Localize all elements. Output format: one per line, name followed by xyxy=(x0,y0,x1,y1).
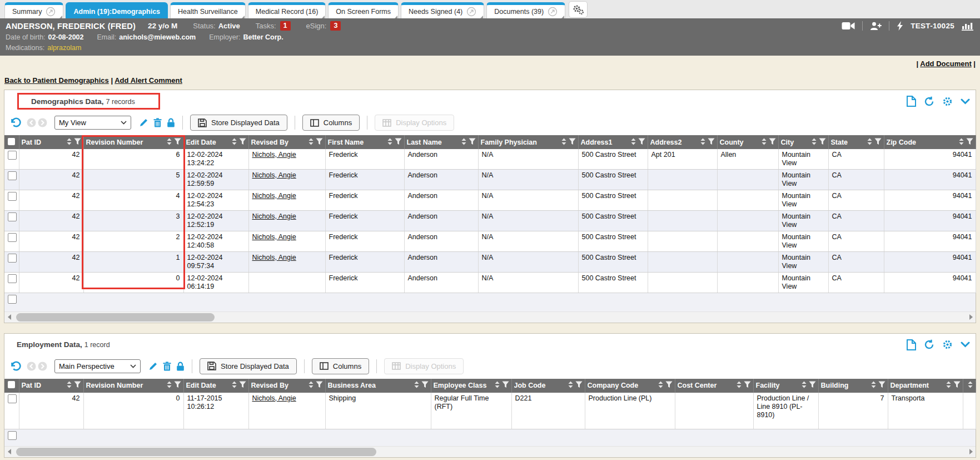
lock-icon[interactable] xyxy=(176,362,185,371)
column-header-revision-number[interactable]: Revision Number xyxy=(83,379,183,393)
sort-icon[interactable] xyxy=(959,138,964,145)
undo-icon[interactable] xyxy=(10,117,22,128)
scrollbar-thumb[interactable] xyxy=(16,448,376,456)
tab-needs-signed-4[interactable]: Needs Signed (4) xyxy=(401,2,484,18)
store-displayed-data-button[interactable]: Store Displayed Data xyxy=(200,358,297,374)
filter-icon[interactable] xyxy=(819,138,826,145)
sort-icon[interactable] xyxy=(968,381,973,388)
filter-icon[interactable] xyxy=(239,138,246,145)
column-header-company-code[interactable]: Company Code xyxy=(585,379,675,393)
sort-icon[interactable] xyxy=(495,381,500,388)
columns-button[interactable]: Columns xyxy=(302,115,360,131)
tab-summary[interactable]: Summary xyxy=(4,2,63,18)
filter-icon[interactable] xyxy=(421,381,429,388)
tab-health-surveillance[interactable]: Health Surveillance xyxy=(170,2,246,18)
back-to-demographics-link[interactable]: Back to Patient Demographics xyxy=(4,76,109,85)
sort-icon[interactable] xyxy=(871,381,876,388)
filter-icon[interactable] xyxy=(638,138,645,145)
column-header-edit-date[interactable]: Edit Date xyxy=(183,379,248,393)
add-document-link[interactable]: Add Document xyxy=(920,60,971,68)
scroll-right-arrow[interactable] xyxy=(966,447,976,457)
row-checkbox[interactable] xyxy=(8,233,17,242)
column-header-building[interactable]: Building xyxy=(818,379,888,393)
row-checkbox[interactable] xyxy=(8,295,17,304)
video-camera-icon[interactable] xyxy=(842,22,855,30)
row-checkbox[interactable] xyxy=(8,192,17,201)
column-header-pat-id[interactable]: Pat ID xyxy=(19,379,83,393)
column-header-family-physician[interactable]: Family Physician xyxy=(478,135,578,149)
sort-icon[interactable] xyxy=(67,138,72,145)
lock-icon[interactable] xyxy=(167,118,175,127)
column-header-address2[interactable]: Address2 xyxy=(648,135,717,149)
column-header-revised-by[interactable]: Revised By xyxy=(248,379,325,393)
column-header-address1[interactable]: Address1 xyxy=(578,135,648,149)
filter-icon[interactable] xyxy=(769,138,776,145)
revised-by-link[interactable]: Nichols, Angie xyxy=(252,151,296,159)
row-checkbox[interactable] xyxy=(8,212,17,221)
filter-icon[interactable] xyxy=(174,138,181,145)
sort-icon[interactable] xyxy=(67,381,72,388)
sort-icon[interactable] xyxy=(762,138,767,145)
revised-by-link[interactable]: Nichols, Angie xyxy=(252,212,296,220)
gear-icon[interactable] xyxy=(942,339,953,350)
scroll-left-arrow[interactable] xyxy=(4,447,14,457)
column-header-h[interactable]: H xyxy=(963,379,976,393)
tab-on-screen-forms[interactable]: On Screen Forms xyxy=(328,2,399,18)
edit-pencil-icon[interactable] xyxy=(148,362,158,371)
column-header-cost-center[interactable]: Cost Center xyxy=(675,379,753,393)
filter-icon[interactable] xyxy=(569,138,576,145)
edit-pencil-icon[interactable] xyxy=(139,118,148,127)
collapse-chevron-icon[interactable] xyxy=(961,342,970,348)
scroll-right-arrow[interactable] xyxy=(966,312,976,323)
revised-by-link[interactable]: Nichols, Angie xyxy=(252,254,296,261)
filter-icon[interactable] xyxy=(708,138,715,145)
open-in-new-icon[interactable] xyxy=(548,7,558,17)
column-header-revision-number[interactable]: Revision Number xyxy=(83,135,183,149)
sort-icon[interactable] xyxy=(802,381,807,388)
column-header-zip-code[interactable]: Zip Code xyxy=(884,135,976,149)
columns-button[interactable]: Columns xyxy=(312,358,369,374)
sort-icon[interactable] xyxy=(309,381,314,388)
scrollbar-thumb[interactable] xyxy=(16,313,215,321)
row-checkbox[interactable] xyxy=(8,394,17,403)
sort-icon[interactable] xyxy=(568,381,573,388)
filter-icon[interactable] xyxy=(575,381,583,388)
add-alert-comment-link[interactable]: Add Alert Comment xyxy=(115,76,182,85)
column-header-state[interactable]: State xyxy=(828,135,884,149)
filter-icon[interactable] xyxy=(316,381,323,388)
tab-medical-record-16[interactable]: Medical Record (16) xyxy=(248,2,326,18)
delete-trash-icon[interactable] xyxy=(153,118,162,127)
filter-icon[interactable] xyxy=(953,381,961,388)
open-in-new-icon[interactable] xyxy=(466,7,476,17)
row-checkbox[interactable] xyxy=(8,171,17,180)
filter-icon[interactable] xyxy=(74,138,81,145)
collapse-chevron-icon[interactable] xyxy=(961,98,970,105)
sort-icon[interactable] xyxy=(737,381,742,388)
sort-icon[interactable] xyxy=(167,381,172,388)
revised-by-link[interactable]: Nichols, Angie xyxy=(252,192,296,200)
column-header-facility[interactable]: Facility xyxy=(753,379,818,393)
view-perspective-select[interactable]: My View xyxy=(54,116,131,130)
column-header-city[interactable]: City xyxy=(778,135,828,149)
bar-chart-icon[interactable] xyxy=(962,21,973,31)
sort-icon[interactable] xyxy=(167,138,172,145)
demographics-h-scrollbar[interactable] xyxy=(4,311,976,323)
column-header-edit-date[interactable]: Edit Date xyxy=(183,135,248,149)
select-all-checkbox[interactable] xyxy=(8,381,15,388)
revised-by-link[interactable]: Nichols, Angie xyxy=(252,233,296,241)
filter-icon[interactable] xyxy=(239,381,246,388)
medications-value[interactable]: alprazolam xyxy=(47,44,81,52)
tab-documents-39[interactable]: Documents (39) xyxy=(486,2,565,18)
new-document-icon[interactable] xyxy=(907,96,916,107)
refresh-icon[interactable] xyxy=(924,96,934,107)
open-in-new-icon[interactable] xyxy=(46,7,56,17)
filter-icon[interactable] xyxy=(966,138,973,145)
filter-icon[interactable] xyxy=(174,381,181,388)
sort-icon[interactable] xyxy=(461,138,466,145)
filter-icon[interactable] xyxy=(809,381,816,388)
sort-icon[interactable] xyxy=(812,138,817,145)
row-checkbox[interactable] xyxy=(8,431,17,440)
lightning-icon[interactable] xyxy=(897,21,903,31)
sort-icon[interactable] xyxy=(658,381,663,388)
esign-badge[interactable]: 3 xyxy=(330,21,341,31)
